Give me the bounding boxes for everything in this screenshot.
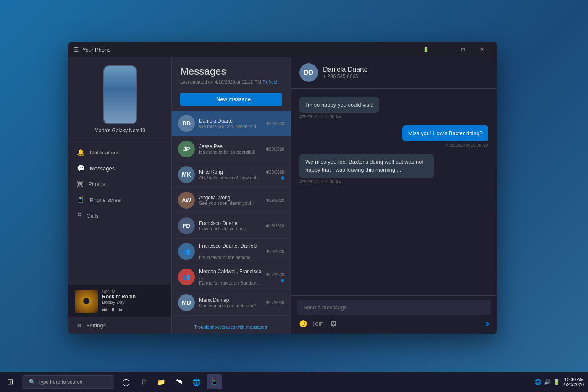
image-button[interactable]: 🖼: [328, 319, 339, 329]
chat-messages: I'm so happy you could visit! 4/20/2020 …: [291, 89, 497, 295]
taskbar-phone-icon[interactable]: 📱: [207, 374, 222, 389]
volume-icon: 🔊: [544, 379, 551, 385]
conv-info: Daniela Duarte We miss you too! Baxter's…: [199, 118, 262, 129]
conv-date: 4/20/2020: [266, 170, 285, 175]
troubleshoot-link[interactable]: Troubleshoot issues with messages.: [172, 320, 291, 334]
emoji-button[interactable]: 🙂: [297, 318, 309, 329]
messages-panel: Messages Last updated on 4/20/2020 at 12…: [171, 57, 291, 334]
conv-meta: 4/17/2020: [266, 301, 285, 305]
battery-sys-icon: 🔋: [553, 379, 560, 385]
taskbar-clock: 10:30 AM 4/20/2020: [563, 377, 584, 387]
conversation-item[interactable]: 👥 Francisco Duarte, Daniela ... I'm in f…: [172, 239, 291, 264]
taskbar-time-display: 10:30 AM: [563, 377, 584, 382]
battery-icon: 🔋: [423, 47, 429, 52]
music-artist: Bobby Day: [102, 300, 165, 305]
conversation-item[interactable]: MK Mike Kong Ah, that's amazing! How did…: [172, 162, 291, 188]
messages-header: Messages Last updated on 4/20/2020 at 12…: [172, 57, 291, 89]
bubble-time: 4/20/2020 at 10:30 AM: [299, 180, 434, 184]
notifications-icon: 🔔: [77, 149, 85, 156]
taskbar-date-display: 4/20/2020: [563, 382, 584, 387]
taskbar-store-icon[interactable]: 🛍: [171, 374, 186, 389]
sidebar-item-photos[interactable]: 🖼 Photos: [68, 176, 171, 192]
sidebar-item-notifications[interactable]: 🔔 Notifications: [68, 144, 171, 160]
conv-name: Francisco Duarte: [199, 220, 262, 226]
album-art: [75, 290, 98, 313]
maximize-button[interactable]: □: [453, 43, 472, 56]
conv-avatar: FD: [178, 217, 195, 234]
conversation-item[interactable]: 👥 Morgan Caldwell, Francisco ... Farmer'…: [172, 264, 291, 290]
settings-icon: ⚙: [77, 322, 82, 329]
music-info: Spotify Rockin' Robin Bobby Day ⏮ ⏸ ⏭: [102, 289, 165, 313]
sidebar-item-phone-screen[interactable]: 📱 Phone screen: [68, 192, 171, 208]
conv-name: Francisco Duarte, Daniela ...: [199, 243, 262, 255]
chat-input[interactable]: [297, 300, 491, 315]
taskbar-explorer-icon[interactable]: 📁: [154, 374, 169, 389]
conversation-item[interactable]: DD Daniela Duarte We miss you too! Baxte…: [172, 111, 291, 136]
conv-date: 4/19/2020: [266, 224, 285, 228]
conversation-item[interactable]: JP Jesse Peel It's going to be so beauti…: [172, 136, 291, 162]
conv-meta: 4/18/2020: [266, 249, 285, 254]
conv-name: Daniela Duarte: [199, 118, 262, 124]
message-bubble: Miss you! How's Baxter doing? 4/20/2020 …: [402, 125, 488, 148]
conv-date: 4/18/2020: [266, 249, 285, 254]
messages-title: Messages: [180, 65, 282, 77]
chat-contact-name: Daniela Duarte: [323, 66, 488, 73]
conv-meta: 4/19/2020: [266, 224, 285, 228]
messages-icon: 💬: [77, 165, 85, 172]
sidebar-item-messages[interactable]: 💬 Messages: [68, 160, 171, 176]
window-controls: — □ ✕: [434, 43, 492, 56]
taskbar-edge-icon[interactable]: 🌐: [189, 374, 204, 389]
send-button[interactable]: ➤: [485, 320, 491, 328]
music-prev-button[interactable]: ⏮: [102, 307, 107, 313]
music-title: Rockin' Robin: [102, 294, 165, 300]
search-icon: 🔍: [29, 379, 35, 385]
taskbar-search[interactable]: 🔍 Type here to search: [22, 375, 114, 389]
app-window: ☰ Your Phone 🔋 — □ ✕ Maria's Galaxy Note…: [68, 42, 497, 334]
conv-date: 4/17/2020: [266, 272, 285, 277]
music-play-button[interactable]: ⏸: [110, 307, 116, 313]
conversation-item[interactable]: AW Angelia Wong See you soon, thank you!…: [172, 188, 291, 213]
music-player: Spotify Rockin' Robin Bobby Day ⏮ ⏸ ⏭: [68, 285, 171, 317]
new-message-button[interactable]: + New message: [180, 93, 282, 106]
message-bubble: We miss you too! Baxter's doing well but…: [299, 154, 434, 184]
phone-screen-icon: 📱: [77, 196, 85, 204]
close-button[interactable]: ✕: [472, 43, 492, 56]
phone-display: Maria's Galaxy Note10: [68, 57, 171, 140]
taskbar: ⊞ 🔍 Type here to search ◯ ⧉ 📁 🛍 🌐 📱 🌐 🔊 …: [0, 372, 588, 392]
conv-preview: Ah, that's amazing! How did you find him…: [199, 175, 262, 180]
phone-screen: [104, 66, 136, 123]
refresh-link[interactable]: Refresh: [262, 79, 279, 84]
phone-name: Maria's Galaxy Note10: [94, 128, 145, 133]
gif-button[interactable]: GIF: [313, 321, 324, 327]
conversation-list: DD Daniela Duarte We miss you too! Baxte…: [172, 111, 291, 320]
messages-label: Messages: [90, 165, 115, 172]
conversation-item[interactable]: MD Maria Dunlap Can you bring an umbrell…: [172, 290, 291, 316]
minimize-button[interactable]: —: [434, 43, 453, 56]
phone-screen-label: Phone screen: [90, 197, 123, 203]
conv-preview: Can you bring an umbrella?: [199, 303, 262, 308]
hamburger-icon[interactable]: ☰: [74, 46, 79, 53]
conv-avatar: DD: [178, 115, 195, 132]
conv-meta: 4/20/2020: [266, 121, 285, 126]
chat-contact-info: Daniela Duarte + 206 545 8665: [323, 66, 488, 79]
calls-icon: ⠿: [77, 212, 81, 220]
music-controls: ⏮ ⏸ ⏭: [102, 307, 165, 313]
conversation-item[interactable]: FD Francisco Duarte How much did you pay…: [172, 213, 291, 239]
phone-mockup: [103, 65, 137, 124]
taskbar-view-icon[interactable]: ◯: [118, 374, 134, 389]
conv-name: Mike Kong: [199, 169, 262, 175]
conversation-item[interactable]: JH James Hadden Cool! Ms. Zenk ordered 5…: [172, 316, 291, 320]
conv-info: Mike Kong Ah, that's amazing! How did yo…: [199, 169, 262, 180]
sidebar-item-settings[interactable]: ⚙ Settings: [68, 317, 171, 334]
calls-label: Calls: [87, 213, 99, 219]
album-art-center: [83, 298, 89, 304]
bubble-text: I'm so happy you could visit!: [299, 97, 379, 113]
conv-info: Francisco Duarte, Daniela ... I'm in fav…: [199, 243, 262, 260]
chat-contact-phone: + 206 545 8665: [323, 73, 488, 79]
start-button[interactable]: ⊞: [0, 372, 20, 392]
taskbar-multitask-icon[interactable]: ⧉: [136, 374, 151, 389]
music-next-button[interactable]: ⏭: [119, 307, 124, 313]
chat-header: DD Daniela Duarte + 206 545 8665: [291, 57, 497, 89]
bubble-time: 4/20/2020 at 10:30 AM: [299, 115, 379, 119]
sidebar-item-calls[interactable]: ⠿ Calls: [68, 208, 171, 224]
